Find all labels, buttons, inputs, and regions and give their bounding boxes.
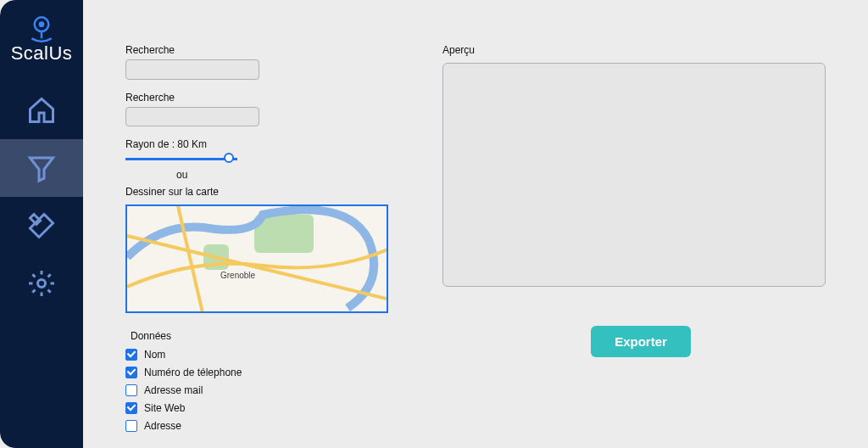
- checkbox-nom-label: Nom: [144, 349, 165, 361]
- checkbox-email[interactable]: [125, 384, 137, 396]
- preview-panel: Aperçu Exporter: [442, 24, 839, 438]
- svg-point-1: [39, 21, 45, 27]
- map-city-label: Grenoble: [220, 271, 255, 280]
- slider-track: [125, 158, 237, 160]
- checkbox-email-label: Adresse mail: [144, 384, 203, 396]
- checkbox-adresse[interactable]: [125, 420, 137, 432]
- funnel-icon: [26, 153, 57, 183]
- main-content: Recherche Recherche Rayon de : 80 Km ou …: [83, 0, 868, 448]
- checkbox-telephone[interactable]: [125, 367, 137, 378]
- radius-label: Rayon de : 80 Km: [125, 138, 388, 150]
- data-fields-section: Données Nom Numéro de télephone Adresse …: [125, 330, 388, 438]
- filters-panel: Recherche Recherche Rayon de : 80 Km ou …: [125, 24, 388, 438]
- checkbox-telephone-label: Numéro de télephone: [144, 367, 242, 378]
- slider-thumb[interactable]: [224, 153, 234, 163]
- data-option-nom: Nom: [125, 349, 388, 361]
- search1-input[interactable]: [125, 59, 259, 80]
- gear-icon: [26, 268, 57, 299]
- brand-name: ScalUs: [11, 42, 73, 64]
- checkbox-siteweb-label: Site Web: [144, 402, 185, 414]
- map-roads: [127, 206, 388, 313]
- or-label: ou: [176, 169, 388, 181]
- checkbox-siteweb[interactable]: [125, 402, 137, 414]
- sidebar-item-tools[interactable]: [0, 197, 83, 255]
- map-canvas[interactable]: Grenoble: [125, 204, 388, 313]
- preview-box: [442, 63, 826, 287]
- data-option-email: Adresse mail: [125, 384, 388, 396]
- checkbox-adresse-label: Adresse: [144, 420, 181, 432]
- data-fields-title: Données: [131, 330, 388, 342]
- search1-label: Recherche: [125, 44, 388, 56]
- home-icon: [26, 95, 57, 126]
- preview-label: Aperçu: [442, 44, 839, 56]
- data-option-adresse: Adresse: [125, 420, 388, 432]
- radius-slider[interactable]: [125, 154, 237, 165]
- search2-input[interactable]: [125, 107, 259, 127]
- draw-on-map-label: Dessiner sur la carte: [125, 186, 388, 198]
- checkbox-nom[interactable]: [125, 349, 137, 361]
- tools-icon: [26, 210, 57, 241]
- sidebar-item-home[interactable]: [0, 81, 83, 139]
- search2-label: Recherche: [125, 92, 388, 104]
- data-option-siteweb: Site Web: [125, 402, 388, 414]
- svg-point-2: [38, 280, 46, 288]
- data-option-telephone: Numéro de télephone: [125, 367, 388, 378]
- brand-logo: ScalUs: [11, 10, 73, 64]
- brand-logo-icon: [25, 10, 58, 44]
- export-button[interactable]: Exporter: [591, 326, 691, 357]
- sidebar-item-settings[interactable]: [0, 255, 83, 312]
- sidebar: ScalUs: [0, 0, 83, 448]
- sidebar-item-filter[interactable]: [0, 139, 83, 197]
